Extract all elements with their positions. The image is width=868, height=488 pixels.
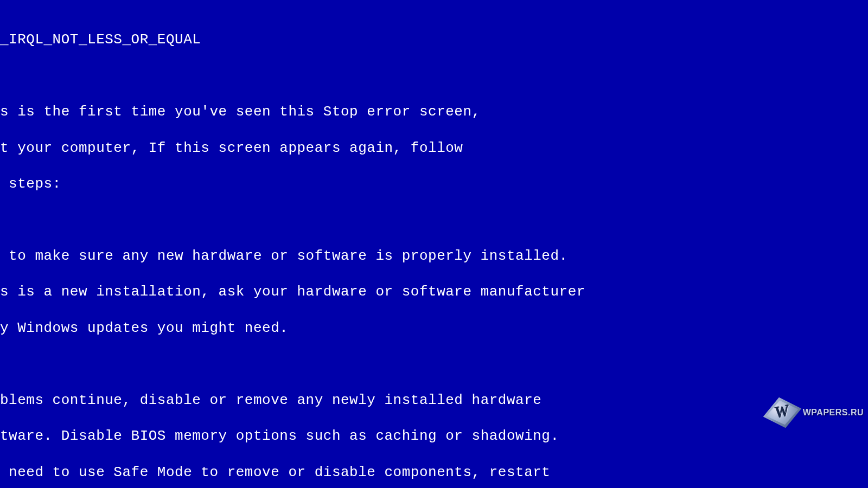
bsod-line: blems continue, disable or remove any ne… xyxy=(0,391,868,409)
bsod-line: t your computer, If this screen appears … xyxy=(0,139,868,157)
bsod-line: y Windows updates you might need. xyxy=(0,319,868,337)
bsod-line xyxy=(0,211,868,229)
bsod-error-name: _IRQL_NOT_LESS_OR_EQUAL xyxy=(0,31,868,49)
bsod-line: steps: xyxy=(0,175,868,193)
watermark-badge-icon: W xyxy=(760,393,804,432)
bsod-screen: _IRQL_NOT_LESS_OR_EQUAL s is the first t… xyxy=(0,0,868,488)
bsod-line: s is a new installation, ask your hardwa… xyxy=(0,283,868,301)
bsod-line: to make sure any new hardware or softwar… xyxy=(0,247,868,265)
watermark-text: WPAPERS.RU xyxy=(803,407,864,418)
bsod-line: tware. Disable BIOS memory options such … xyxy=(0,427,868,445)
bsod-line xyxy=(0,356,868,374)
bsod-line: need to use Safe Mode to remove or disab… xyxy=(0,464,868,481)
bsod-line: s is the first time you've seen this Sto… xyxy=(0,103,868,121)
watermark: W WPAPERS.RU xyxy=(763,397,864,428)
bsod-line xyxy=(0,67,868,85)
